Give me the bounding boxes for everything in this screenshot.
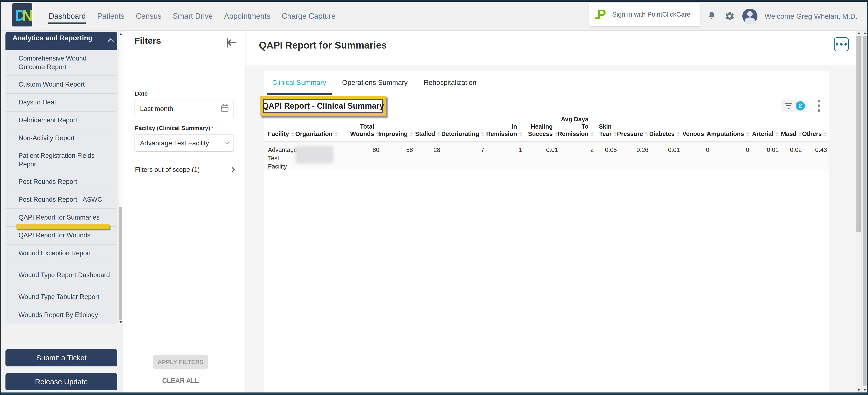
column-header-organization[interactable]: Organization [295, 116, 346, 142]
content-scrollbar-thumb[interactable] [857, 36, 861, 232]
sidebar-scrollbar-thumb[interactable] [119, 207, 122, 320]
sort-arrows-icon[interactable] [824, 132, 827, 137]
filters-out-of-scope-row[interactable]: Filters out of scope (1) [135, 166, 234, 173]
column-header-stalled[interactable]: Stalled [415, 116, 442, 142]
scroll-down-arrow-icon[interactable] [857, 389, 860, 391]
page-actions-ellipsis-button[interactable] [834, 37, 849, 51]
column-header-diabetes[interactable]: Diabetes [650, 116, 682, 142]
user-avatar[interactable] [742, 9, 757, 24]
sort-arrows-icon[interactable] [775, 132, 779, 137]
sidebar-item-patient-registration-fields-report[interactable]: Patient Registration Fields Report [5, 147, 117, 173]
sort-arrows-icon[interactable] [334, 132, 338, 137]
sidebar-item-non-activity-report[interactable]: Non-Activity Report [5, 129, 117, 147]
column-header-facility[interactable]: Facility [264, 116, 295, 142]
sidebar-item-label: QAPI Report for Wounds [19, 231, 90, 239]
sort-arrows-icon[interactable] [746, 132, 749, 137]
sidebar-item-post-rounds-report[interactable]: Post Rounds Report [5, 173, 117, 191]
sidebar-item-label: Wound Exception Report [19, 249, 91, 257]
sort-arrows-icon[interactable] [437, 132, 440, 137]
scroll-up-arrow-icon[interactable] [857, 32, 860, 34]
nav-item-census[interactable]: Census [136, 12, 161, 21]
top-navigation-bar: D N DashboardPatientsCensusSmart DriveAp… [0, 2, 868, 31]
sidebar-item-post-rounds-report-aswc[interactable]: Post Rounds Report - ASWC [5, 191, 117, 209]
column-header-healing-success[interactable]: HealingSuccess [524, 116, 560, 142]
sidebar-item-wound-exception-report[interactable]: Wound Exception Report [5, 244, 117, 262]
column-header-pressure[interactable]: Pressure [619, 116, 650, 142]
app-logo[interactable]: D N [12, 3, 32, 27]
table-filter-chip[interactable]: 2 [781, 100, 807, 112]
facility-filter-value: Advantage Test Facility [140, 139, 209, 147]
column-header-improving[interactable]: Improving [381, 116, 415, 142]
sort-arrows-icon[interactable] [677, 132, 680, 137]
facility-filter-label: Facility (Clinical Summary)* [135, 125, 213, 132]
sort-arrows-icon[interactable] [519, 132, 522, 137]
scroll-up-arrow-icon[interactable] [119, 33, 122, 35]
cell-stalled: 28 [415, 142, 442, 171]
sidebar-item-comprehensive-wound-outcome-report[interactable]: Comprehensive Wound Outcome Report [5, 50, 117, 76]
facility-filter-select[interactable]: Advantage Test Facility [134, 134, 234, 152]
nav-item-charge-capture[interactable]: Charge Capture [282, 12, 335, 21]
column-header-venous[interactable]: Venous [682, 116, 711, 142]
cell-arterial: 0.01 [751, 142, 781, 171]
yellow-highlight-annotation [17, 224, 110, 229]
cell-improving: 58 [381, 142, 415, 171]
cell-others: 0.43 [804, 142, 829, 171]
redacted-organization-value [295, 146, 334, 163]
table-row: Advantage Test Facility805828710.0120.05… [264, 142, 829, 171]
scroll-up-arrow-icon[interactable] [863, 32, 866, 34]
table-menu-kebab-icon[interactable] [817, 99, 821, 113]
sort-arrows-icon[interactable] [481, 132, 485, 137]
content-scrollbar[interactable] [856, 31, 862, 393]
sidebar-section-analytics-reporting[interactable]: Analytics and Reporting [5, 32, 117, 50]
date-filter-input[interactable]: Last month [134, 100, 234, 117]
sidebar-item-days-to-heal[interactable]: Days to Heal [5, 94, 117, 111]
scroll-down-arrow-icon[interactable] [863, 389, 866, 391]
page-title: QAPI Report for Summaries [259, 39, 387, 51]
sort-arrows-icon[interactable] [590, 132, 594, 137]
column-header-deteriorating[interactable]: Deteriorating [442, 116, 487, 142]
nav-item-smart-drive[interactable]: Smart Drive [173, 12, 213, 21]
sidebar-item-debridement-report[interactable]: Debridement Report [5, 111, 117, 129]
column-header-skin-tear[interactable]: SkinTear [596, 116, 619, 142]
window-border-left [0, 0, 1, 395]
column-header-masd[interactable]: Masd [781, 116, 804, 142]
sort-arrows-icon[interactable] [645, 132, 648, 137]
sort-arrows-icon[interactable] [410, 132, 413, 137]
sidebar-item-wounds-report-by-etiology[interactable]: Wounds Report By Etiology [5, 306, 117, 324]
settings-gear-icon[interactable] [724, 11, 735, 22]
column-header-in-remission[interactable]: InRemission [487, 116, 524, 142]
page-scrollbar[interactable] [862, 31, 868, 393]
column-header-arterial[interactable]: Arterial [751, 116, 781, 142]
sort-arrows-icon[interactable] [799, 132, 802, 137]
scroll-down-arrow-icon[interactable] [119, 321, 122, 323]
chevron-right-icon [229, 167, 235, 172]
sidebar-item-qapi-report-for-wounds[interactable]: QAPI Report for Wounds [5, 227, 117, 244]
filters-title: Filters [134, 36, 161, 46]
release-update-button[interactable]: Release Update [5, 373, 117, 390]
submit-ticket-button[interactable]: Submit a Ticket [5, 349, 117, 366]
column-header-total-wounds[interactable]: TotalWounds [346, 116, 381, 142]
nav-item-patients[interactable]: Patients [97, 12, 124, 21]
sidebar-item-qapi-report-for-summaries[interactable]: QAPI Report for Summaries [5, 209, 117, 227]
filter-funnel-icon [785, 103, 792, 109]
nav-item-appointments[interactable]: Appointments [224, 12, 270, 21]
signin-label: Sign in with PointClickCare [612, 11, 690, 18]
notifications-bell-icon[interactable] [706, 11, 717, 22]
column-header-avg-days-to-remission[interactable]: Avg DaysToRemission [560, 116, 596, 142]
sort-arrows-icon[interactable] [614, 132, 617, 137]
clear-all-button[interactable]: CLEAR ALL [153, 377, 208, 385]
column-header-others[interactable]: Others [804, 116, 829, 142]
page-scrollbar-thumb[interactable] [863, 36, 867, 386]
sidebar-item-wound-type-tabular-report[interactable]: Wound Type Tabular Report [5, 288, 117, 306]
nav-item-dashboard[interactable]: Dashboard [49, 12, 86, 21]
apply-filters-button[interactable]: APPLY FILTERS [153, 355, 208, 369]
sort-arrows-icon[interactable] [291, 132, 294, 137]
sidebar-scrollbar[interactable] [119, 32, 123, 325]
cell-total-wounds: 80 [346, 142, 381, 171]
cell-masd: 0.02 [781, 142, 804, 171]
sidebar-item-wound-type-report-dashboard[interactable]: Wound Type Report Dashboard [5, 262, 117, 288]
collapse-panel-icon[interactable] [227, 38, 237, 47]
column-header-amputations[interactable]: Amputations [711, 116, 751, 142]
pointclickcare-signin-button[interactable]: P Sign in with PointClickCare [589, 3, 700, 26]
sidebar-item-custom-wound-report[interactable]: Custom Wound Report [5, 76, 117, 94]
